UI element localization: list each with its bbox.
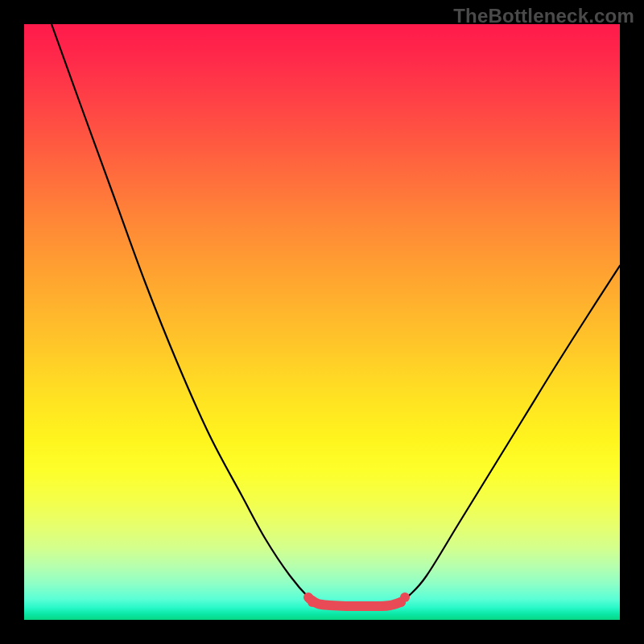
highlight-dot <box>400 592 410 602</box>
watermark-text: TheBottleneck.com <box>453 5 634 27</box>
curve-layer <box>24 24 620 620</box>
highlight-dot <box>308 597 317 607</box>
series-highlight-segment <box>310 599 401 606</box>
plot-area <box>24 24 620 620</box>
series-main-curve <box>52 24 620 606</box>
series-container <box>52 24 620 607</box>
chart-frame: TheBottleneck.com <box>0 0 644 644</box>
